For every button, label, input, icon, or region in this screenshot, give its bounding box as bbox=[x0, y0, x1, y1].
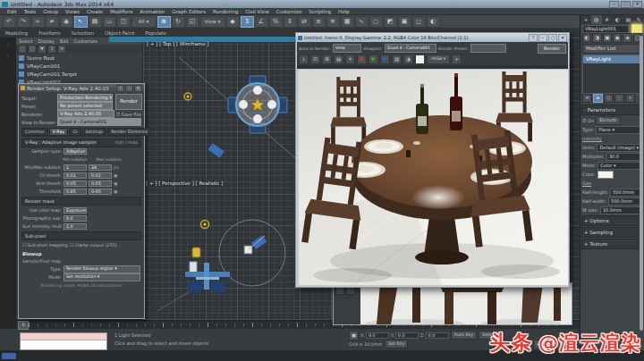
make-unique-icon[interactable]: ○ bbox=[604, 94, 614, 103]
color-space-icon[interactable]: sRGB ▾ bbox=[427, 55, 450, 64]
camera-object[interactable] bbox=[244, 235, 267, 254]
rectangular-region-icon[interactable]: ▭ bbox=[103, 16, 116, 28]
clear-image-icon[interactable]: ✕ bbox=[345, 55, 355, 64]
remove-modifier-icon[interactable]: ◌ bbox=[614, 94, 624, 103]
menu-animation[interactable]: Animation bbox=[136, 9, 168, 14]
panel-tab-display[interactable]: ▤ bbox=[623, 15, 633, 24]
dialog-minimize-button[interactable]: – bbox=[125, 85, 133, 92]
tree-item[interactable]: VRayCam001.Target bbox=[16, 70, 142, 78]
select-and-rotate-icon[interactable]: ↻ bbox=[172, 16, 185, 28]
select-and-move-icon[interactable]: ⊕ bbox=[157, 16, 171, 28]
select-object-icon[interactable]: ↖ bbox=[74, 16, 88, 28]
rendered-frame-window-icon[interactable]: ◻ bbox=[412, 16, 426, 28]
maximize-button[interactable]: ▢ bbox=[621, 1, 631, 8]
save-image-icon[interactable]: ↓ bbox=[299, 55, 309, 64]
rollout-header[interactable]: - Parameters bbox=[581, 105, 643, 115]
render-setup-tab-common[interactable]: Common bbox=[21, 128, 48, 136]
explorer-menu-display[interactable]: Display bbox=[35, 38, 56, 44]
spinner-field[interactable]: 0.05 bbox=[89, 180, 112, 187]
schematic-view-icon[interactable]: ○ bbox=[369, 16, 383, 28]
minimize-button[interactable]: – bbox=[609, 1, 619, 8]
x-coordinate-field[interactable]: 0.0 bbox=[366, 332, 389, 339]
sampler-rollout-header[interactable]: V-Ray:: Adaptive image sampler min / max bbox=[21, 139, 141, 147]
reference-coordinate-icon[interactable]: View ▾ bbox=[200, 16, 225, 28]
dialog-help-button[interactable]: ? bbox=[116, 85, 124, 92]
rfw-maximize-button[interactable]: ▢ bbox=[548, 34, 557, 42]
dropdown[interactable]: Render blowup region ▾ bbox=[64, 265, 140, 273]
bind-to-space-warp-icon[interactable]: ◉ bbox=[60, 16, 73, 28]
close-button[interactable]: ✕ bbox=[632, 1, 642, 8]
render-setup-tab-v-ray[interactable]: V-Ray bbox=[49, 128, 69, 136]
material-editor-icon[interactable]: ◩ bbox=[384, 16, 397, 28]
dropdown[interactable]: Default (image) ▾ bbox=[597, 144, 642, 152]
light-type-4-icon[interactable]: ◉ bbox=[613, 33, 622, 43]
save-file-checkbox[interactable]: ☑ Save File bbox=[116, 112, 141, 117]
panel-tab-hierarchy[interactable]: # bbox=[602, 15, 613, 24]
display-none-icon[interactable]: ▢ bbox=[28, 45, 37, 54]
panel-tab-motion[interactable]: ◐ bbox=[612, 15, 623, 24]
undo-icon[interactable]: ↶ bbox=[3, 16, 16, 28]
tree-item[interactable]: VRayCam001 bbox=[16, 62, 142, 70]
rollout-header[interactable]: + Sampling bbox=[581, 227, 643, 238]
menu-graph-editors[interactable]: Graph Editors bbox=[168, 9, 209, 14]
viewport-label-2[interactable]: [ + ] [ Perspective ] [ Realistic ] bbox=[146, 180, 223, 186]
settings-icon[interactable]: ≡ bbox=[57, 45, 66, 54]
object-name-field[interactable]: VRayLight001 bbox=[582, 25, 630, 33]
menu-scripting[interactable]: Scripting bbox=[306, 9, 335, 14]
configure-icon[interactable]: × bbox=[625, 94, 635, 103]
light-object[interactable] bbox=[201, 221, 209, 229]
color-swatch[interactable] bbox=[597, 171, 614, 179]
rollout-header[interactable]: + Texture bbox=[581, 239, 643, 249]
ribbon-tab-object-paint[interactable]: Object Paint bbox=[99, 30, 140, 36]
graphite-ribbon-icon[interactable]: ▦ bbox=[341, 16, 354, 28]
spinner-field[interactable]: 0.01 bbox=[89, 172, 112, 179]
rollout-header[interactable]: + Options bbox=[581, 215, 643, 226]
channel-blue-icon[interactable] bbox=[380, 55, 390, 64]
spinner-field[interactable]: Adaptive bbox=[64, 148, 87, 155]
view-to-render-dropdown[interactable]: Quad 4 - Camera001 bbox=[57, 118, 141, 126]
render-preset-dropdown[interactable] bbox=[470, 44, 506, 53]
spinner-field[interactable]: 30.0 bbox=[606, 153, 642, 161]
rfw-close-button[interactable]: ✕ bbox=[558, 34, 567, 42]
renderer-dropdown[interactable]: V-Ray Adv 2.40.03 bbox=[57, 110, 114, 118]
rfw-title-bar[interactable]: Untitled, frame 0, Display Gamma: 2.2, R… bbox=[296, 33, 569, 42]
render-setup-tab-render-elements[interactable]: Render Elements bbox=[107, 128, 151, 136]
modifier-list-dropdown[interactable]: Modifier List bbox=[582, 44, 642, 54]
unlink-icon[interactable]: ≠ bbox=[46, 16, 59, 28]
menu-tools[interactable]: Tools bbox=[21, 9, 40, 14]
preset-dropdown[interactable]: No preset selected bbox=[57, 102, 113, 110]
spinner-field[interactable]: Exposure bbox=[64, 207, 87, 214]
checkbox[interactable]: ☑ On bbox=[582, 118, 594, 123]
menu-create[interactable]: Create bbox=[83, 9, 106, 14]
dropdown[interactable]: Set resolution ▾ bbox=[64, 273, 140, 281]
clone-window-icon[interactable]: ⊞ bbox=[322, 55, 332, 64]
button[interactable]: Exclude bbox=[596, 116, 621, 125]
light-type-5-icon[interactable]: ◈ bbox=[623, 33, 631, 43]
spinner-field[interactable]: 1 bbox=[64, 164, 87, 171]
render-setup-title-bar[interactable]: Render Setup: V-Ray Adv 2.40.03 ? – ✕ bbox=[19, 84, 144, 92]
crossing-selection-icon[interactable]: ◫ bbox=[117, 16, 131, 28]
menu-modifiers[interactable]: Modifiers bbox=[106, 9, 136, 14]
command-panel-scrollbar[interactable] bbox=[640, 36, 643, 331]
dropdown[interactable]: Color ▾ bbox=[597, 162, 642, 170]
menu-customize[interactable]: Customize bbox=[273, 9, 306, 14]
channel-alpha-icon[interactable]: ▨ bbox=[392, 55, 402, 64]
channel-green-icon[interactable] bbox=[369, 55, 378, 64]
target-dropdown[interactable]: Production Rendering Mode bbox=[57, 94, 113, 102]
layer-manager-icon[interactable]: ≋ bbox=[326, 16, 340, 28]
use-pivot-center-icon[interactable]: ◆ bbox=[226, 16, 240, 28]
percent-snap-icon[interactable]: % bbox=[269, 16, 283, 28]
menu-help[interactable]: Help bbox=[335, 9, 353, 14]
z-coordinate-field[interactable]: 0.0 bbox=[426, 332, 449, 339]
render-setup-tab-gi[interactable]: GI bbox=[69, 128, 80, 136]
find-icon[interactable]: ◌ bbox=[18, 45, 27, 54]
align-icon[interactable]: ≡ bbox=[312, 16, 326, 28]
table-object-side-view[interactable] bbox=[185, 262, 230, 292]
spinner-field[interactable]: 24 bbox=[89, 164, 112, 171]
menu-views[interactable]: Views bbox=[62, 9, 83, 14]
select-and-scale-icon[interactable]: ◱ bbox=[186, 16, 199, 28]
spinner-field[interactable]: 0.95 bbox=[89, 189, 112, 195]
ribbon-tab-freeform[interactable]: Freeform bbox=[33, 30, 66, 36]
filter-icon[interactable]: ▼ bbox=[38, 45, 47, 54]
area-to-render-dropdown[interactable]: View bbox=[333, 44, 361, 53]
